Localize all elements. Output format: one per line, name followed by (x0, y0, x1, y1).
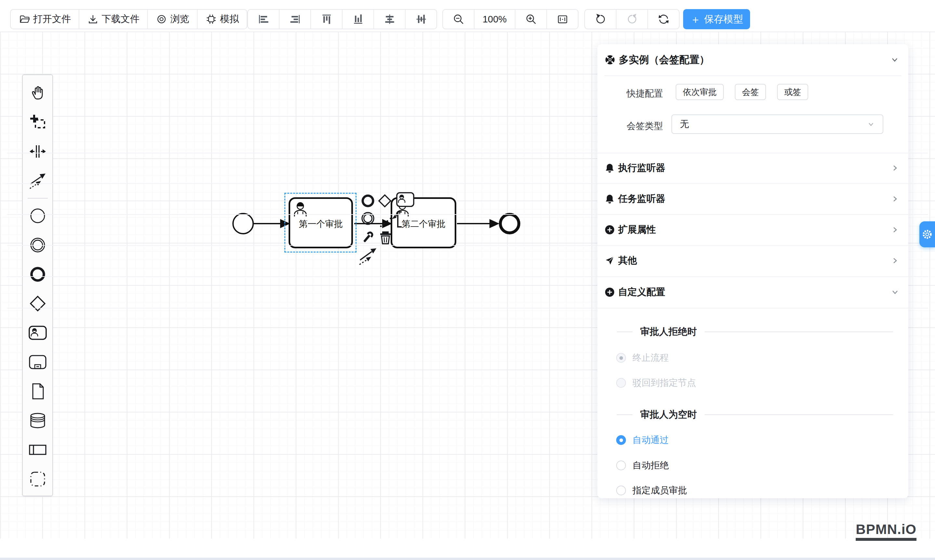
sign-type-value: 无 (680, 118, 867, 130)
download-icon (87, 13, 99, 25)
space-tool[interactable] (23, 137, 52, 166)
align-top-button[interactable] (311, 10, 343, 29)
section-extended-properties[interactable]: 扩展属性 (597, 214, 908, 245)
radio-circle (616, 435, 626, 445)
palette-start-event[interactable] (23, 201, 52, 231)
quick-config-option-orsign[interactable]: 或签 (777, 84, 808, 100)
align-bottom-button[interactable] (343, 10, 374, 29)
align-button-group (247, 9, 437, 29)
file-button-group: 打开文件 下载文件 浏览 (10, 9, 247, 29)
section-divider (7, 308, 928, 308)
sub-process-icon (28, 354, 47, 370)
save-model-button[interactable]: ＋ 保存模型 (683, 9, 750, 29)
undo-button[interactable] (585, 10, 617, 29)
zoom-in-button[interactable] (515, 10, 547, 29)
preview-button[interactable]: 浏览 (148, 10, 198, 29)
bell-icon (604, 194, 615, 204)
bpmn-io-logo-text: BPMN.iO (856, 523, 917, 536)
simulate-button[interactable]: 模拟 (198, 10, 247, 29)
align-right-button[interactable] (280, 10, 311, 29)
hand-tool[interactable] (23, 78, 52, 108)
redo-button[interactable] (617, 10, 648, 29)
sign-type-select[interactable]: 无 (671, 114, 883, 134)
approver-reject-divider: 审批人拒绝时 (617, 325, 893, 338)
palette-group[interactable] (23, 465, 52, 494)
open-file-label: 打开文件 (33, 13, 71, 26)
download-file-button[interactable]: 下载文件 (79, 10, 148, 29)
align-middle-vertical-button[interactable] (406, 10, 437, 29)
align-bottom-icon (352, 13, 364, 26)
chevron-down-icon (890, 55, 899, 65)
zoom-level[interactable]: 100% (475, 10, 515, 29)
delete-trash-icon[interactable] (378, 229, 393, 245)
append-text-annotation-icon[interactable] (378, 209, 403, 229)
section-other[interactable]: 其他 (597, 245, 908, 276)
palette-data-store[interactable] (23, 406, 52, 435)
task-label: 第二个审批 (402, 218, 446, 230)
radio-label: 指定成员审批 (632, 484, 687, 497)
simulate-label: 模拟 (220, 13, 239, 26)
radio-terminate-process[interactable]: 终止流程 (616, 352, 669, 364)
change-type-wrench-icon[interactable] (360, 229, 376, 245)
folder-open-icon (18, 13, 30, 25)
radio-circle (616, 486, 626, 495)
palette-participant[interactable] (23, 435, 52, 465)
sign-type-label: 会签类型 (604, 120, 663, 132)
palette-data-object[interactable] (23, 377, 52, 406)
append-gateway-icon[interactable] (378, 194, 392, 208)
gear-icon (922, 229, 933, 240)
bpmn-io-logo-underline (856, 538, 917, 541)
fit-viewport-button[interactable] (547, 10, 578, 29)
task-node-1[interactable]: 第一个审批 (289, 197, 353, 248)
section-task-listener[interactable]: 任务监听器 (597, 183, 908, 214)
append-end-event-icon[interactable] (361, 194, 375, 208)
user-task-icon (28, 325, 47, 340)
panel-header[interactable]: 多实例（会签配置） (597, 44, 908, 75)
refresh-button[interactable] (648, 10, 679, 29)
radio-auto-pass[interactable]: 自动通过 (616, 434, 669, 446)
radio-assign-member[interactable]: 指定成员审批 (616, 484, 687, 497)
section-label: 执行监听器 (618, 162, 891, 175)
lasso-tool[interactable] (23, 108, 52, 137)
radio-label: 自动通过 (632, 434, 669, 446)
global-connect-tool[interactable] (23, 166, 52, 195)
palette-sub-process[interactable] (23, 348, 52, 377)
radio-circle (616, 353, 626, 363)
align-center-horizontal-button[interactable] (374, 10, 406, 29)
section-custom-config[interactable]: 自定义配置 (597, 277, 908, 308)
global-connect-tool-icon (29, 172, 47, 190)
quick-config-option-countersign[interactable]: 会签 (735, 84, 766, 100)
radio-return-to-node[interactable]: 驳回到指定节点 (616, 377, 696, 389)
palette-gateway[interactable] (23, 289, 52, 318)
quick-config-options: 依次审批 会签 或签 (676, 84, 808, 100)
align-left-button[interactable] (248, 10, 280, 29)
approver-reject-title: 审批人拒绝时 (640, 325, 697, 338)
section-label: 任务监听器 (618, 192, 891, 205)
panel-title: 多实例（会签配置） (619, 53, 890, 67)
palette-end-event[interactable] (23, 260, 52, 289)
open-file-button[interactable]: 打开文件 (11, 10, 79, 29)
section-execution-listener[interactable]: 执行监听器 (597, 152, 908, 183)
preview-icon (156, 13, 168, 25)
quick-config-option-sequential[interactable]: 依次审批 (676, 84, 724, 100)
approver-empty-divider: 审批人为空时 (617, 408, 893, 421)
data-store-icon (29, 412, 46, 429)
panel-settings-fab[interactable] (920, 222, 935, 247)
undo-icon (594, 13, 607, 25)
bell-icon (604, 163, 615, 173)
plus-circle-icon (604, 287, 615, 297)
section-label: 扩展属性 (618, 223, 891, 236)
section-label: 其他 (618, 254, 891, 267)
append-intermediate-event-icon[interactable] (361, 211, 375, 226)
gateway-icon (29, 294, 47, 313)
end-event-node[interactable] (499, 213, 520, 234)
palette-user-task[interactable] (23, 318, 52, 348)
connect-tool-icon[interactable] (358, 246, 380, 265)
zoom-out-icon (452, 13, 465, 25)
top-toolbar: 打开文件 下载文件 浏览 (0, 0, 935, 32)
download-file-label: 下载文件 (102, 13, 140, 26)
zoom-out-button[interactable] (443, 10, 475, 29)
radio-auto-reject[interactable]: 自动拒绝 (616, 459, 669, 472)
start-event-node[interactable] (232, 213, 254, 234)
append-user-task-icon[interactable] (396, 192, 415, 208)
